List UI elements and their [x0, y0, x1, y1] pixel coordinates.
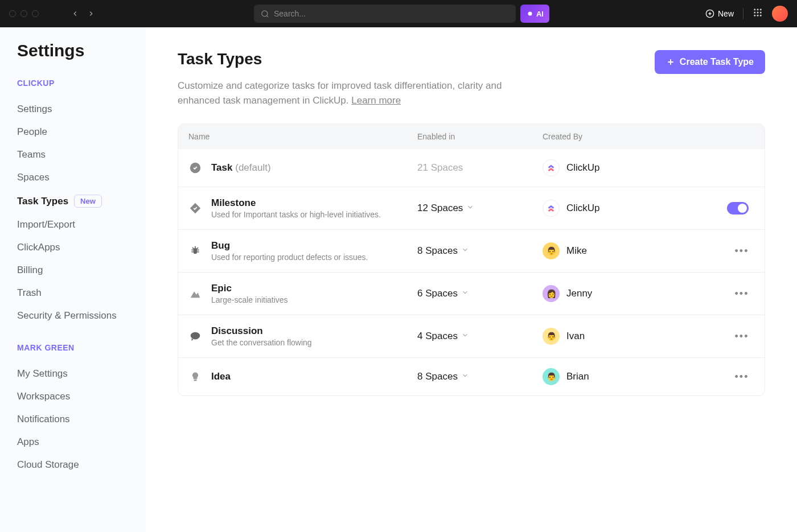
mountain-icon — [188, 287, 202, 300]
svg-point-10 — [757, 12, 759, 14]
apps-grid-button[interactable] — [753, 7, 763, 20]
svg-point-8 — [760, 9, 762, 10]
task-type-description: Large-scale initiatives — [211, 295, 288, 304]
check-circle-icon — [188, 161, 202, 175]
created-by: 👨Ivan — [543, 328, 668, 345]
task-type-name: Discussion — [211, 325, 312, 337]
bug-icon — [188, 244, 202, 258]
svg-line-23 — [192, 248, 194, 249]
more-options-button[interactable]: ••• — [735, 287, 749, 300]
learn-more-link[interactable]: Learn more — [351, 95, 401, 106]
chevron-down-icon — [461, 371, 469, 382]
sidebar-item-import-export[interactable]: Import/Export — [17, 213, 137, 236]
creator-avatar: 👨 — [543, 242, 560, 259]
sidebar-item-trash[interactable]: Trash — [17, 282, 137, 304]
maximize-window-icon[interactable] — [32, 10, 39, 17]
new-badge: New — [74, 195, 102, 208]
create-task-type-button[interactable]: Create Task Type — [655, 50, 765, 74]
page-title: Task Types — [178, 50, 262, 68]
table-row[interactable]: Task (default)21 SpacesClickUp — [178, 149, 765, 187]
sidebar-item-cloud-storage[interactable]: Cloud Storage — [17, 453, 137, 476]
creator-name: Jenny — [566, 288, 592, 299]
created-by: 👨Mike — [543, 242, 668, 259]
svg-point-13 — [757, 15, 759, 17]
nav-forward-button[interactable] — [84, 7, 98, 20]
task-type-description: Used for reporting product defects or is… — [211, 253, 368, 262]
enabled-in-dropdown[interactable]: 8 Spaces — [417, 371, 543, 382]
chevron-down-icon — [461, 245, 469, 257]
sidebar-item-label: Workspaces — [17, 391, 70, 402]
creator-avatar: 👨 — [543, 368, 560, 385]
created-by: ClickUp — [543, 159, 668, 176]
ai-sparkle-icon — [526, 10, 534, 18]
sidebar-item-label: Settings — [17, 104, 52, 115]
search-input[interactable]: Search... — [254, 5, 516, 23]
sidebar-item-spaces[interactable]: Spaces — [17, 166, 137, 189]
minimize-window-icon[interactable] — [20, 10, 27, 17]
enabled-in-dropdown[interactable]: 8 Spaces — [417, 245, 543, 257]
sidebar-item-security-permissions[interactable]: Security & Permissions — [17, 304, 137, 327]
sidebar-item-label: Trash — [17, 287, 42, 299]
table-row[interactable]: Epic Large-scale initiatives6 Spaces👩Jen… — [178, 272, 765, 315]
table-row[interactable]: Milestone Used for Important tasks or hi… — [178, 187, 765, 229]
creator-avatar: 👩 — [543, 285, 560, 302]
svg-point-0 — [262, 10, 268, 16]
task-type-name: Idea — [211, 371, 231, 382]
sidebar-section-user: MARK GREEN — [17, 343, 137, 352]
task-type-name: Epic — [211, 283, 288, 294]
plus-icon — [666, 57, 675, 67]
enabled-in-dropdown[interactable]: 6 Spaces — [417, 288, 543, 299]
sidebar-item-label: Notifications — [17, 414, 70, 425]
sidebar-item-apps[interactable]: Apps — [17, 431, 137, 453]
search-placeholder: Search... — [274, 9, 306, 18]
sidebar-item-billing[interactable]: Billing — [17, 259, 137, 282]
enable-toggle[interactable] — [727, 202, 749, 215]
sidebar-item-label: Apps — [17, 436, 39, 448]
enabled-in-dropdown[interactable]: 12 Spaces — [417, 203, 543, 214]
ai-button[interactable]: AI — [520, 5, 549, 23]
content: Task Types Create Task Type Customize an… — [146, 27, 797, 532]
enabled-in-dropdown[interactable]: 4 Spaces — [417, 331, 543, 342]
nav-back-button[interactable] — [68, 7, 82, 20]
sidebar-item-clickapps[interactable]: ClickApps — [17, 236, 137, 259]
more-options-button[interactable]: ••• — [735, 370, 749, 383]
plus-circle-icon — [705, 9, 714, 18]
svg-point-6 — [754, 9, 755, 10]
column-header-name: Name — [178, 132, 417, 141]
creator-name: ClickUp — [566, 203, 600, 214]
sidebar-item-task-types[interactable]: Task TypesNew — [17, 189, 137, 213]
sidebar-title: Settings — [17, 41, 137, 60]
sidebar-item-label: Teams — [17, 149, 46, 160]
sidebar-item-label: ClickApps — [17, 242, 60, 253]
table-row[interactable]: Idea 8 Spaces👨Brian••• — [178, 357, 765, 395]
svg-point-25 — [191, 332, 200, 340]
sidebar-item-my-settings[interactable]: My Settings — [17, 362, 137, 385]
creator-name: ClickUp — [566, 162, 600, 174]
more-options-button[interactable]: ••• — [735, 329, 749, 343]
more-options-button[interactable]: ••• — [735, 244, 749, 258]
sidebar-item-people[interactable]: People — [17, 121, 137, 143]
sidebar-item-label: Billing — [17, 265, 43, 276]
sidebar-item-label: Spaces — [17, 172, 50, 183]
table-row[interactable]: Discussion Get the conversation flowing4… — [178, 315, 765, 357]
sidebar-item-teams[interactable]: Teams — [17, 143, 137, 166]
chevron-down-icon — [466, 203, 474, 214]
sidebar-item-notifications[interactable]: Notifications — [17, 408, 137, 431]
table-header: Name Enabled in Created By — [178, 124, 765, 149]
user-avatar[interactable] — [772, 6, 788, 22]
creator-name: Brian — [566, 371, 589, 382]
new-button[interactable]: New — [705, 9, 734, 18]
divider-icon — [743, 8, 743, 19]
table-row[interactable]: Bug Used for reporting product defects o… — [178, 229, 765, 272]
task-type-name: Task (default) — [211, 162, 271, 174]
sidebar-item-label: Security & Permissions — [17, 310, 117, 321]
sidebar-item-settings[interactable]: Settings — [17, 98, 137, 121]
created-by: 👩Jenny — [543, 285, 668, 302]
sidebar-item-workspaces[interactable]: Workspaces — [17, 385, 137, 408]
close-window-icon[interactable] — [9, 10, 16, 17]
svg-line-24 — [197, 248, 199, 249]
diamond-check-icon — [188, 201, 202, 215]
svg-line-1 — [266, 15, 268, 17]
sidebar-section-workspace: CLICKUP — [17, 79, 137, 88]
task-type-description: Used for Important tasks or high-level i… — [211, 210, 381, 219]
